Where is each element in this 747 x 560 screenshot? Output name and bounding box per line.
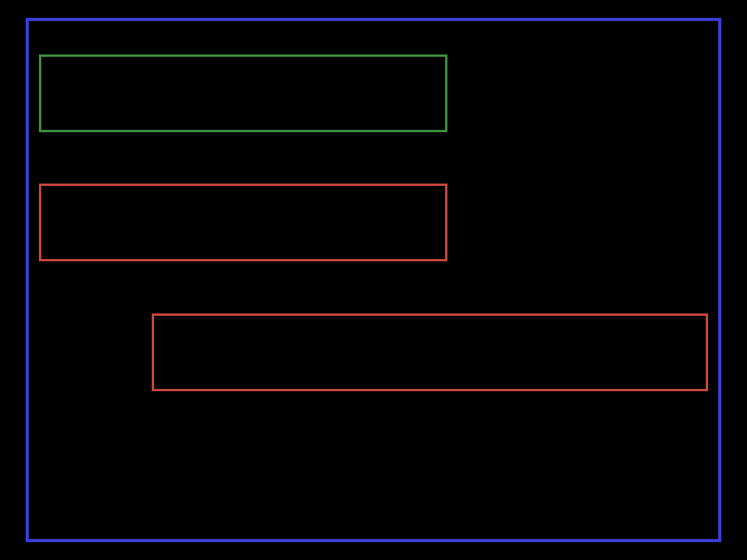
block-2-red [39,184,447,261]
block-1-green [39,54,447,132]
block-3-red [152,313,708,391]
diagram-canvas [0,0,747,560]
